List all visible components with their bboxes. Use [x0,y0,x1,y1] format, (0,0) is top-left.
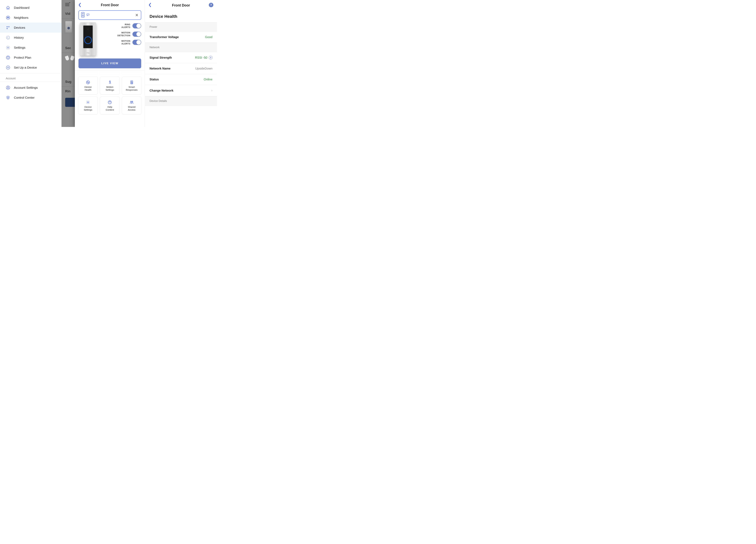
section-device-details: Device Details [145,96,217,106]
help-button[interactable]: ? [209,3,213,7]
svg-point-2 [8,17,9,18]
nav-setup-device[interactable]: Set Up a Device [0,63,61,73]
signal-help-icon[interactable]: ? [209,56,212,59]
smart-responses-icon [129,80,134,85]
svg-point-6 [7,36,10,39]
svg-point-15 [82,15,83,16]
section-network: Network [145,43,217,52]
gear-icon [6,45,10,50]
hamburger-icon[interactable] [65,3,69,6]
row-status: Status Online [145,74,217,85]
row-change-network[interactable]: Change Network › [145,85,217,96]
health-title: Front Door [172,3,190,7]
svg-point-8 [6,56,10,59]
gear-icon [86,100,90,105]
nav-neighbors[interactable]: Neighbors [0,13,61,23]
nav-label: Control Center [14,96,35,99]
row-signal-strength: Signal Strength RSSI -50 ? [145,52,217,63]
tiles-previous-row-peek [77,72,143,76]
nav-label: Settings [14,46,25,49]
svg-point-7 [8,47,9,48]
nav-history[interactable]: History [0,33,61,43]
help-icon [108,100,112,105]
event-preview-strip[interactable]: ✕ [78,10,141,20]
motion-detection-label: MOTION DETECTION [117,31,130,37]
device-panel: Vid Sec Sug Rin Front Door [61,0,145,127]
nav-label: Neighbors [14,16,28,20]
back-button[interactable] [77,2,82,8]
close-icon[interactable]: ✕ [135,13,138,17]
motion-alerts-label: MOTION ALERTS [121,40,130,45]
section-account-label: Account [0,73,61,82]
svg-point-11 [8,87,9,88]
shield-icon [6,55,10,60]
svg-point-4 [8,26,9,27]
notification-dot [69,2,70,3]
doorbell-outline-icon [81,12,85,18]
plus-icon [6,65,10,70]
nav-label: Devices [14,26,25,29]
devices-icon [6,25,10,30]
tile-motion-settings[interactable]: Motion Settings [100,77,120,95]
neighbors-icon [6,15,10,20]
nav-label: History [14,36,24,39]
device-title: Front Door [101,3,119,7]
row-network-name: Network Name UpsideDown [145,63,217,74]
user-icon [6,85,10,90]
backdrop-floodlight-thumb [65,56,74,62]
nav-protect-plan[interactable]: Protect Plan [0,53,61,63]
nav-control-center[interactable]: Control Center [0,93,61,103]
tile-device-health[interactable]: Device Health [78,77,98,95]
device-header: Front Door [75,0,145,9]
device-modal: Front Door ✕ ring [75,0,145,127]
motion-alerts-toggle[interactable] [132,40,141,45]
device-health-panel: Front Door ? Device Health Power Transfo… [145,0,217,127]
motion-icon [108,80,112,85]
svg-point-21 [88,102,89,103]
back-button[interactable] [147,2,153,8]
motion-detection-toggle[interactable] [132,32,141,37]
backdrop-doorbell-thumb [65,21,72,33]
ring-alerts-label: RING ALERTS [121,23,130,29]
row-transformer-voltage: Transformer Voltage Good [145,32,217,43]
health-header: Front Door ? [145,0,217,10]
svg-rect-13 [81,12,84,17]
ring-alerts-toggle[interactable] [132,23,141,28]
chevron-right-icon: › [211,89,212,93]
shared-access-icon [129,100,134,105]
svg-point-1 [7,17,8,18]
svg-point-24 [132,101,133,102]
sidebar: Dashboard Neighbors Devices History Sett… [0,0,61,127]
nav-label: Account Settings [14,86,38,90]
nav-settings[interactable]: Settings [0,43,61,53]
svg-point-19 [131,81,132,82]
nav-devices[interactable]: Devices [0,23,61,33]
section-power: Power [145,22,217,32]
svg-point-20 [131,82,132,83]
speech-bubble-icon [86,13,90,17]
nav-account-settings[interactable]: Account Settings [0,83,61,93]
svg-point-17 [110,81,110,81]
nav-label: Protect Plan [14,56,31,59]
svg-point-5 [7,28,8,29]
doorbell-product-image: ring [80,23,96,56]
tile-smart-responses[interactable]: Smart Responses [122,77,142,95]
svg-point-23 [130,101,131,102]
tile-help-content[interactable]: Help Content [100,97,120,114]
live-view-button[interactable]: LIVE VIEW [78,59,141,68]
shield-lock-icon [6,95,10,100]
health-heading: Device Health [145,10,217,22]
history-icon [6,35,10,40]
svg-point-14 [82,13,83,14]
tile-shared-access[interactable]: Shared Access [122,97,142,114]
nav-label: Dashboard [14,6,29,10]
nav-label: Set Up a Device [14,66,37,69]
svg-point-3 [7,26,8,27]
svg-point-0 [6,16,10,19]
nav-dashboard[interactable]: Dashboard [0,3,61,13]
tile-device-settings[interactable]: Device Settings [78,97,98,114]
home-icon [6,5,10,10]
svg-rect-12 [8,98,8,98]
health-icon [86,80,90,85]
